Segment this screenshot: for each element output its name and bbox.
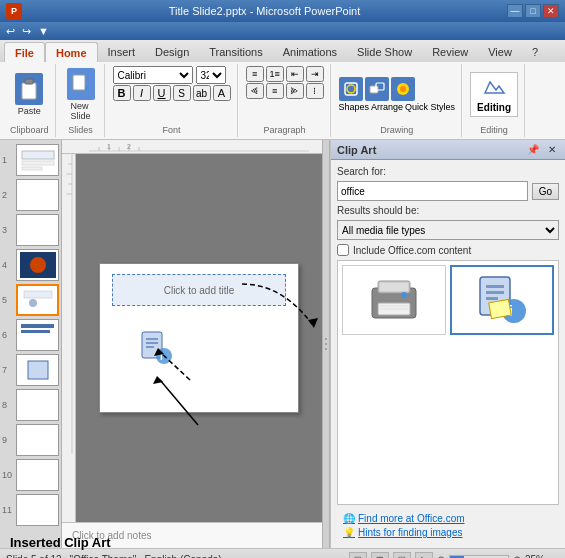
maximize-btn[interactable]: □ xyxy=(525,4,541,18)
new-slide-btn[interactable]: NewSlide xyxy=(64,66,98,123)
slide-thumb-1[interactable]: 1 xyxy=(16,144,59,176)
quick-styles-btn[interactable] xyxy=(391,77,415,101)
panel-pin-btn[interactable]: 📌 xyxy=(524,143,542,156)
underline-btn[interactable]: U xyxy=(153,85,171,101)
slide-thumb-3[interactable]: 3 xyxy=(16,214,59,246)
slide-title-placeholder[interactable]: Click to add title xyxy=(112,274,286,306)
tab-insert[interactable]: Insert xyxy=(98,42,146,62)
results-label-row: Results should be: xyxy=(337,205,559,216)
paste-btn[interactable]: Paste xyxy=(12,71,46,118)
arrange-btn[interactable] xyxy=(365,77,389,101)
numbering-btn[interactable]: 1≡ xyxy=(266,66,284,82)
font-family-select[interactable]: Calibri xyxy=(113,66,193,84)
ribbon-group-drawing: Shapes Arrange Quick Styles Drawing xyxy=(333,64,463,137)
editing-icon xyxy=(477,76,511,102)
font-spacing-btn[interactable]: ab xyxy=(193,85,211,101)
results-select[interactable]: All media file types xyxy=(337,220,559,240)
slide-thumb-6[interactable]: 6 xyxy=(16,319,59,351)
zoom-in-btn[interactable]: ⊕ xyxy=(513,554,521,558)
svg-point-15 xyxy=(30,257,46,273)
clip-art-panel: Clip Art 📌 ✕ Search for: Go xyxy=(330,140,565,548)
slide-thumb-5[interactable]: 5 xyxy=(16,284,59,316)
font-color-btn[interactable]: A xyxy=(213,85,231,101)
slide-thumb-2[interactable]: 2 xyxy=(16,179,59,211)
slide-thumb-9[interactable]: 9 xyxy=(16,424,59,456)
go-button[interactable]: Go xyxy=(532,183,559,200)
search-input[interactable] xyxy=(337,181,528,201)
hints-link[interactable]: 💡 Hints for finding images xyxy=(343,527,553,538)
shapes-btn[interactable] xyxy=(339,77,363,101)
tab-help[interactable]: ? xyxy=(522,42,548,62)
search-row: Search for: xyxy=(337,166,559,177)
font-size-select[interactable]: 32 xyxy=(196,66,226,84)
canvas-center: Click to add title xyxy=(76,154,322,522)
panel-close-btn[interactable]: ✕ xyxy=(545,143,559,156)
title-bar-left: P xyxy=(6,3,22,19)
svg-rect-33 xyxy=(146,338,158,340)
svg-rect-34 xyxy=(146,342,158,344)
tab-review[interactable]: Review xyxy=(422,42,478,62)
slide-thumb-4[interactable]: 4 xyxy=(16,249,59,281)
result-item-2[interactable]: i xyxy=(450,265,554,335)
bottom-arrow xyxy=(100,350,300,430)
italic-btn[interactable]: I xyxy=(133,85,151,101)
theme-info: "Office Theme" xyxy=(70,554,137,558)
undo-btn[interactable]: ↩ xyxy=(4,24,17,39)
svg-rect-0 xyxy=(22,83,36,99)
arrange-label: Arrange xyxy=(371,102,403,112)
ribbon-tabs: File Home Insert Design Transitions Anim… xyxy=(0,40,565,62)
align-right-btn[interactable]: ⫸ xyxy=(286,83,304,99)
panel-divider[interactable] xyxy=(322,140,330,548)
increase-indent-btn[interactable]: ⇥ xyxy=(306,66,324,82)
slide-canvas[interactable]: Click to add title xyxy=(99,263,299,413)
slide-thumb-8[interactable]: 8 xyxy=(16,389,59,421)
svg-rect-55 xyxy=(486,291,504,294)
strikethrough-btn[interactable]: S xyxy=(173,85,191,101)
slide-thumb-11[interactable]: 11 xyxy=(16,494,59,526)
svg-text:2: 2 xyxy=(127,143,131,150)
customize-qa-btn[interactable]: ▼ xyxy=(36,24,51,38)
normal-view-btn[interactable]: ▣ xyxy=(349,552,367,559)
bullets-btn[interactable]: ≡ xyxy=(246,66,264,82)
tab-home[interactable]: Home xyxy=(45,42,98,62)
include-checkbox[interactable] xyxy=(337,244,349,256)
ruler-vertical xyxy=(62,154,76,522)
ribbon-group-editing: Editing Editing xyxy=(464,64,525,137)
reading-view-btn[interactable]: ▤ xyxy=(393,552,411,559)
tab-animations[interactable]: Animations xyxy=(273,42,347,62)
align-left-btn[interactable]: ⫷ xyxy=(246,83,264,99)
close-btn[interactable]: ✕ xyxy=(543,4,559,18)
decrease-indent-btn[interactable]: ⇤ xyxy=(286,66,304,82)
fit-btn[interactable]: ↔ xyxy=(549,554,559,558)
svg-point-6 xyxy=(347,85,355,93)
tab-view[interactable]: View xyxy=(478,42,522,62)
svg-rect-56 xyxy=(486,297,498,300)
zoom-out-btn[interactable]: ⊖ xyxy=(437,554,445,558)
zoom-slider[interactable] xyxy=(449,555,509,559)
clipboard-label: Clipboard xyxy=(10,123,49,135)
results-select-row: All media file types xyxy=(337,220,559,240)
align-center-btn[interactable]: ≡ xyxy=(266,83,284,99)
result-item-1[interactable] xyxy=(342,265,446,335)
tab-file[interactable]: File xyxy=(4,42,45,62)
slide-sorter-btn[interactable]: ▦ xyxy=(371,552,389,559)
window-controls[interactable]: — □ ✕ xyxy=(507,4,559,18)
ruler-horizontal: 1 2 xyxy=(62,140,322,154)
clip-art-on-slide[interactable]: i xyxy=(138,330,174,366)
svg-rect-12 xyxy=(22,161,54,165)
columns-btn[interactable]: ⁞ xyxy=(306,83,324,99)
editing-box: Editing xyxy=(470,72,518,117)
canvas-and-panel: 1 2 xyxy=(62,140,565,548)
tab-transitions[interactable]: Transitions xyxy=(199,42,272,62)
bold-btn[interactable]: B xyxy=(113,85,131,101)
svg-rect-54 xyxy=(486,285,504,288)
find-more-link[interactable]: 🌐 Find more at Office.com xyxy=(343,513,553,524)
redo-btn[interactable]: ↪ xyxy=(20,24,33,39)
minimize-btn[interactable]: — xyxy=(507,4,523,18)
slideshow-btn[interactable]: ▷ xyxy=(415,552,433,559)
arrow-annotation xyxy=(100,310,300,410)
tab-slideshow[interactable]: Slide Show xyxy=(347,42,422,62)
slide-thumb-7[interactable]: 7 xyxy=(16,354,59,386)
slide-thumb-10[interactable]: 10 xyxy=(16,459,59,491)
tab-design[interactable]: Design xyxy=(145,42,199,62)
